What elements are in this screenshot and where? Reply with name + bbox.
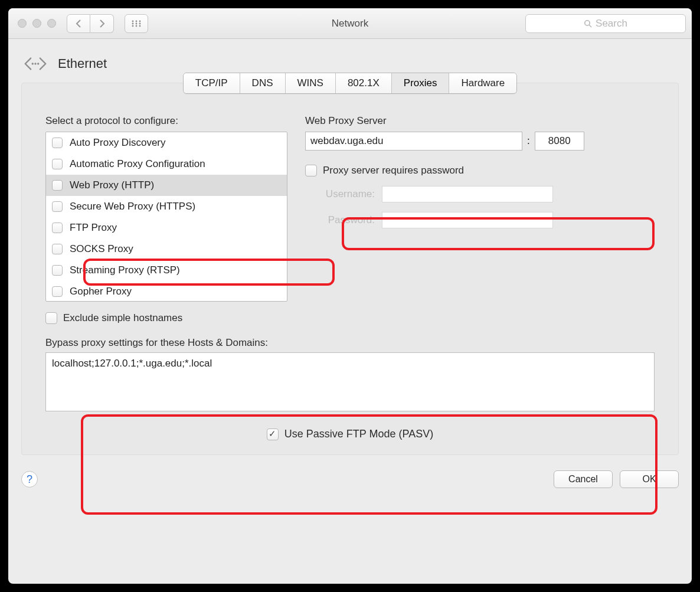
interface-header: Ethernet <box>22 53 679 74</box>
exclude-hostnames-checkbox[interactable] <box>45 312 57 324</box>
help-button[interactable]: ? <box>21 471 38 488</box>
ok-button[interactable]: OK <box>620 470 679 488</box>
svg-point-11 <box>32 63 34 64</box>
username-input[interactable] <box>382 186 553 202</box>
list-item-label: SOCKS Proxy <box>70 243 133 255</box>
segmented-tabs: TCP/IP DNS WINS 802.1X Proxies Hardware <box>183 73 517 94</box>
list-item-label: Automatic Proxy Configuration <box>70 158 205 170</box>
zoom-window-button[interactable] <box>47 19 56 28</box>
protocols-column: Select a protocol to configure: Auto Pro… <box>45 115 287 324</box>
forward-button[interactable] <box>90 14 114 33</box>
list-item[interactable]: Automatic Proxy Configuration <box>46 153 287 175</box>
search-icon <box>584 19 592 28</box>
requires-password-row: Proxy server requires password <box>305 165 655 176</box>
list-item[interactable]: Secure Web Proxy (HTTPS) <box>46 196 287 217</box>
requires-password-checkbox[interactable] <box>305 165 317 176</box>
svg-point-4 <box>136 22 138 24</box>
close-window-button[interactable] <box>18 19 27 28</box>
checkbox[interactable] <box>52 180 63 191</box>
svg-point-6 <box>132 25 134 27</box>
list-item-label: Gopher Proxy <box>70 286 132 297</box>
checkbox[interactable] <box>52 159 63 169</box>
cancel-button[interactable]: Cancel <box>554 470 613 488</box>
list-item[interactable]: Streaming Proxy (RTSP) <box>46 260 287 281</box>
pasv-row: Use Passive FTP Mode (PASV) <box>45 428 655 440</box>
svg-point-3 <box>132 22 134 24</box>
tab-bar: TCP/IP DNS WINS 802.1X Proxies Hardware <box>22 73 678 94</box>
server-label: Web Proxy Server <box>305 115 655 127</box>
checkbox[interactable] <box>52 223 63 233</box>
list-item[interactable]: Gopher Proxy <box>46 281 287 302</box>
svg-point-13 <box>37 63 39 64</box>
list-item-label: FTP Proxy <box>70 222 117 234</box>
checkbox[interactable] <box>52 201 63 212</box>
tab-dns[interactable]: DNS <box>240 73 286 93</box>
interface-name: Ethernet <box>58 56 107 71</box>
list-item[interactable]: SOCKS Proxy <box>46 238 287 260</box>
back-button[interactable] <box>67 14 90 33</box>
svg-point-0 <box>132 20 134 22</box>
ethernet-icon <box>22 53 48 74</box>
svg-point-8 <box>139 25 141 27</box>
proxy-host-input[interactable]: webdav.uga.edu <box>305 132 522 151</box>
list-item-label: Web Proxy (HTTP) <box>70 179 154 191</box>
protocol-list[interactable]: Auto Proxy Discovery Automatic Proxy Con… <box>45 132 287 302</box>
list-item-label: Streaming Proxy (RTSP) <box>70 264 180 276</box>
list-item[interactable]: Auto Proxy Discovery <box>46 132 287 153</box>
bypass-label: Bypass proxy settings for these Hosts & … <box>45 337 655 349</box>
proxies-panel: TCP/IP DNS WINS 802.1X Proxies Hardware … <box>21 83 679 455</box>
checkbox[interactable] <box>52 244 63 254</box>
footer: ? Cancel OK <box>21 470 679 488</box>
chevron-right-icon <box>99 19 106 28</box>
search-input[interactable]: Search <box>525 14 686 33</box>
checkbox[interactable] <box>52 138 63 148</box>
host-port-separator: : <box>527 135 530 147</box>
list-item[interactable]: Web Proxy (HTTP) <box>46 175 287 196</box>
grid-icon <box>131 19 142 28</box>
tab-wins[interactable]: WINS <box>286 73 336 93</box>
server-column: Web Proxy Server webdav.uga.edu : 8080 P… <box>305 115 655 324</box>
username-row: Username: <box>305 186 655 202</box>
preferences-window: Network Search Ethernet TCP/IP <box>8 8 692 584</box>
list-item-label: Secure Web Proxy (HTTPS) <box>70 201 195 212</box>
checkbox[interactable] <box>52 265 63 276</box>
tab-proxies[interactable]: Proxies <box>392 73 450 93</box>
username-label: Username: <box>305 188 375 200</box>
protocols-label: Select a protocol to configure: <box>45 115 287 127</box>
titlebar: Network Search <box>8 8 692 39</box>
search-placeholder: Search <box>596 18 627 30</box>
tab-hardware[interactable]: Hardware <box>449 73 516 93</box>
pasv-label: Use Passive FTP Mode (PASV) <box>284 428 433 440</box>
checkbox[interactable] <box>52 286 63 297</box>
minimize-window-button[interactable] <box>32 19 41 28</box>
svg-point-9 <box>585 20 590 25</box>
exclude-hostnames-row: Exclude simple hostnames <box>45 312 287 324</box>
svg-point-1 <box>136 20 138 22</box>
chevron-left-icon <box>75 19 82 28</box>
proxy-port-input[interactable]: 8080 <box>535 132 584 151</box>
svg-point-7 <box>136 25 138 27</box>
svg-point-2 <box>139 20 141 22</box>
svg-line-10 <box>589 25 591 27</box>
tab-tcpip[interactable]: TCP/IP <box>184 73 240 93</box>
password-input[interactable] <box>382 212 553 228</box>
password-row: Password: <box>305 212 655 228</box>
password-label: Password: <box>305 214 375 226</box>
body: Ethernet TCP/IP DNS WINS 802.1X Proxies … <box>8 39 692 499</box>
svg-point-12 <box>34 63 36 64</box>
tab-8021x[interactable]: 802.1X <box>336 73 392 93</box>
bypass-textarea[interactable]: localhost;127.0.0.1;*.uga.edu;*.local <box>45 352 655 411</box>
list-item-label: Auto Proxy Discovery <box>70 137 166 149</box>
pasv-checkbox[interactable] <box>267 429 279 440</box>
list-item[interactable]: FTP Proxy <box>46 217 287 238</box>
server-row: webdav.uga.edu : 8080 <box>305 132 655 151</box>
show-all-button[interactable] <box>125 14 148 33</box>
help-icon: ? <box>27 473 32 486</box>
window-controls <box>18 19 56 28</box>
svg-point-5 <box>139 22 141 24</box>
exclude-hostnames-label: Exclude simple hostnames <box>63 312 182 324</box>
requires-password-label: Proxy server requires password <box>323 165 464 176</box>
nav-group <box>67 14 114 33</box>
